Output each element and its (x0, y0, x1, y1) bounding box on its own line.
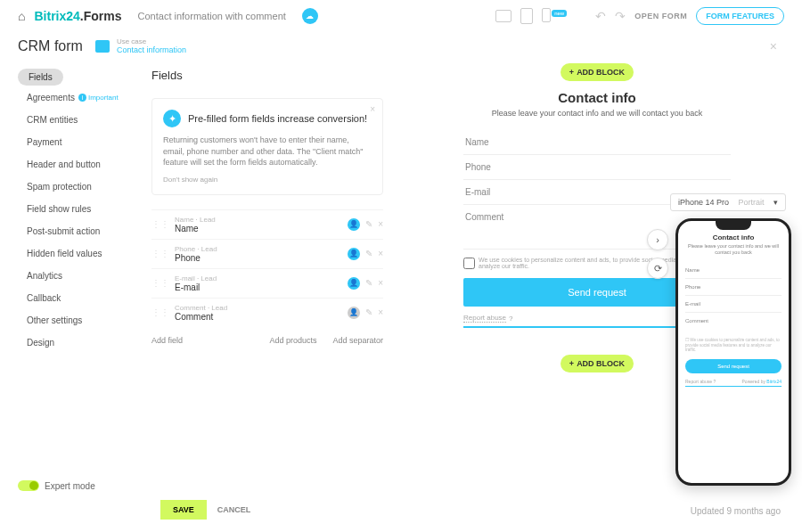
phone-comment-field: Comment (685, 313, 782, 336)
contact-info-link[interactable]: Contact information (117, 45, 186, 54)
field-row[interactable]: ⋮⋮Comment · LeadComment👤✎× (151, 298, 383, 327)
sidebar-item-callback[interactable]: Callback (18, 288, 125, 308)
cloud-icon[interactable]: ☁ (302, 8, 318, 24)
updated-label: Updated 9 months ago (691, 506, 781, 516)
phone-report: Report abuse ? (685, 379, 716, 384)
mobile-icon[interactable]: new (542, 8, 569, 24)
report-abuse-link[interactable]: Report abuse ? (463, 314, 512, 323)
tip-icon: ✦ (163, 110, 181, 127)
user-icon[interactable]: 👤 (348, 218, 360, 231)
field-row[interactable]: ⋮⋮E-mail · LeadE-mail👤✎× (151, 268, 383, 298)
use-case-label: Use case (117, 37, 186, 45)
sidebar-item-payment[interactable]: Payment (18, 132, 125, 152)
page-title: CRM form (18, 38, 83, 54)
save-button[interactable]: SAVE (160, 500, 207, 520)
section-heading: Fields (151, 69, 383, 82)
phone-phone-field: Phone (685, 279, 782, 296)
sidebar-item-fields[interactable]: Fields (18, 69, 63, 86)
sidebar-item-agreements[interactable]: Agreements iImportant (18, 87, 125, 108)
tip-dismiss-link[interactable]: Don't show again (163, 176, 217, 184)
sidebar-item-design[interactable]: Design (18, 332, 125, 353)
add-field-link[interactable]: Add field (151, 336, 253, 345)
sidebar-item-rules[interactable]: Field show rules (18, 199, 125, 219)
delete-icon[interactable]: × (378, 219, 383, 229)
tablet-icon[interactable] (520, 8, 533, 24)
sidebar-item-crm[interactable]: CRM entities (18, 110, 125, 130)
add-products-link[interactable]: Add products (269, 336, 316, 345)
drag-icon[interactable]: ⋮⋮ (151, 307, 169, 317)
edit-icon[interactable]: ✎ (365, 278, 372, 288)
refresh-icon[interactable]: ⟳ (647, 258, 668, 279)
home-icon[interactable]: ⌂ (18, 9, 25, 23)
form-name: Contact information with comment (131, 8, 293, 24)
phone-title: Contact info (685, 233, 782, 241)
phone-email-field: E-mail (685, 296, 782, 313)
delete-icon[interactable]: × (378, 307, 383, 317)
sidebar-item-header[interactable]: Header and button (18, 154, 125, 175)
doc-icon (95, 40, 110, 53)
sidebar-item-hidden[interactable]: Hidden field values (18, 243, 125, 264)
edit-icon[interactable]: ✎ (365, 219, 372, 229)
phone-powered: Powered by Bitrix24 (742, 379, 782, 384)
tip-card: × ✦ Pre-filled form fields increase conv… (151, 98, 383, 195)
tip-body: Returning customers won't have to enter … (163, 135, 372, 168)
desktop-icon[interactable] (495, 10, 511, 22)
brand-logo: Bitrix24.Forms (34, 9, 121, 23)
cancel-button[interactable]: CANCEL (217, 505, 251, 514)
preview-phone-field[interactable]: Phone (463, 155, 731, 180)
preview-name-field[interactable]: Name (463, 130, 731, 155)
tip-close-icon[interactable]: × (370, 104, 375, 114)
sidebar-item-analytics[interactable]: Analytics (18, 266, 125, 286)
add-separator-link[interactable]: Add separator (332, 336, 383, 345)
preview-subtitle: Please leave your contact info and we wi… (463, 109, 731, 118)
phone-subtitle: Please leave your contact info and we wi… (685, 243, 782, 255)
delete-icon[interactable]: × (378, 249, 383, 258)
phone-send-button: Send request (685, 359, 782, 373)
sidebar-item-spam[interactable]: Spam protection (18, 176, 125, 197)
edit-icon[interactable]: ✎ (365, 307, 372, 317)
field-row[interactable]: ⋮⋮Name · LeadName👤✎× (151, 209, 383, 239)
sidebar-item-postsubmit[interactable]: Post-submit action (18, 221, 125, 241)
sidebar: Fields Agreements iImportant CRM entitie… (18, 60, 125, 381)
user-icon[interactable]: 👤 (348, 307, 360, 319)
redo-icon[interactable]: ↷ (615, 9, 626, 23)
open-form-button[interactable]: OPEN FORM (634, 12, 687, 20)
edit-icon[interactable]: ✎ (365, 249, 372, 258)
form-features-button[interactable]: FORM FEATURES (696, 7, 784, 25)
expert-mode-toggle[interactable] (18, 480, 39, 491)
add-block-button-bottom[interactable]: + ADD BLOCK (561, 355, 634, 372)
tip-title: Pre-filled form fields increase conversi… (188, 113, 367, 124)
user-icon[interactable]: 👤 (348, 248, 360, 260)
drag-icon[interactable]: ⋮⋮ (151, 278, 169, 288)
delete-icon[interactable]: × (378, 278, 383, 288)
sidebar-item-other[interactable]: Other settings (18, 310, 125, 331)
user-icon[interactable]: 👤 (348, 277, 360, 290)
add-block-button-top[interactable]: + ADD BLOCK (561, 63, 634, 81)
close-icon[interactable]: × (770, 39, 784, 53)
undo-icon[interactable]: ↶ (595, 9, 606, 23)
drag-icon[interactable]: ⋮⋮ (151, 249, 169, 258)
phone-name-field: Name (685, 262, 782, 279)
chevron-right-icon[interactable]: › (647, 229, 668, 250)
field-row[interactable]: ⋮⋮Phone · LeadPhone👤✎× (151, 239, 383, 268)
phone-cookie: ☐ We use cookies to personalize content … (685, 336, 782, 354)
device-selector[interactable]: iPhone 14 Pro Portrait▾ (670, 193, 786, 211)
drag-icon[interactable]: ⋮⋮ (151, 219, 169, 229)
expert-mode-label: Expert mode (45, 481, 95, 491)
preview-title: Contact info (463, 90, 731, 105)
phone-mockup: Contact info Please leave your contact i… (675, 218, 791, 486)
